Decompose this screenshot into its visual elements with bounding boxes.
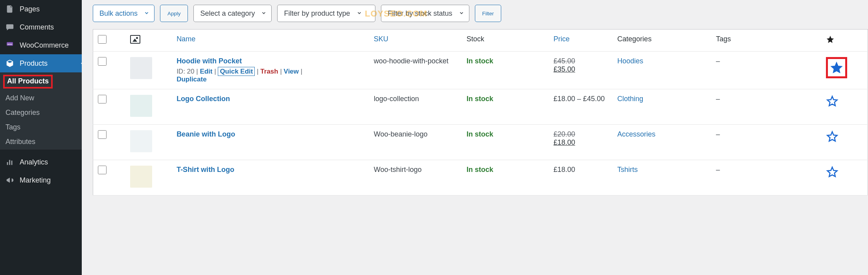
- products-icon: [5, 58, 15, 68]
- duplicate-link[interactable]: Duplicate: [177, 76, 207, 83]
- sidebar-item-label: Products: [20, 59, 48, 68]
- stock-status: In stock: [467, 95, 493, 103]
- trash-link[interactable]: Trash: [260, 68, 278, 75]
- tags-value: –: [716, 130, 720, 138]
- admin-sidebar: Pages Comments woo WooCommerce Products …: [0, 0, 82, 275]
- sidebar-item-label: Comments: [20, 23, 54, 31]
- sidebar-item-pages[interactable]: Pages: [0, 0, 82, 18]
- sidebar-item-woocommerce[interactable]: woo WooCommerce: [0, 36, 82, 54]
- stock-status: In stock: [467, 57, 493, 65]
- category-link[interactable]: Tshirts: [617, 166, 638, 173]
- products-submenu: All Products Add New Categories Tags Att…: [0, 72, 82, 149]
- view-link[interactable]: View: [284, 68, 299, 75]
- table-row: Beanie with LogoWoo-beanie-logoIn stock£…: [93, 125, 868, 160]
- product-name-link[interactable]: Beanie with Logo: [177, 130, 235, 138]
- column-tags: Tags: [716, 35, 731, 43]
- bulk-actions-select[interactable]: Bulk actions: [93, 5, 154, 22]
- row-checkbox[interactable]: [98, 95, 107, 103]
- table-row: Hoodie with PocketID: 20 | Edit | Quick …: [93, 52, 868, 89]
- submenu-all-products[interactable]: All Products: [0, 72, 82, 91]
- price-original: £20.00: [554, 130, 608, 138]
- select-label: Select a category: [200, 9, 255, 18]
- price-original: £45.00: [554, 57, 608, 65]
- column-price[interactable]: Price: [554, 35, 570, 43]
- row-checkbox[interactable]: [98, 130, 107, 139]
- sidebar-item-marketing[interactable]: Marketing: [0, 171, 82, 189]
- product-type-select[interactable]: Filter by product type: [277, 5, 375, 22]
- filter-bar: Bulk actions Apply Select a category Fil…: [93, 5, 868, 22]
- comments-icon: [5, 22, 15, 32]
- column-categories: Categories: [617, 35, 651, 43]
- product-name-link[interactable]: Logo Collection: [177, 95, 230, 103]
- row-actions: ID: 20 | Edit | Quick Edit | Trash | Vie…: [177, 68, 364, 83]
- chevron-down-icon: [357, 9, 362, 18]
- price-value: £18.00: [554, 166, 575, 173]
- category-link[interactable]: Accessories: [617, 130, 655, 138]
- submenu-attributes[interactable]: Attributes: [0, 135, 82, 149]
- select-label: Filter by product type: [284, 9, 350, 18]
- sku-value: Woo-beanie-logo: [374, 130, 428, 138]
- product-name-link[interactable]: Hoodie with Pocket: [177, 57, 242, 65]
- column-sku[interactable]: SKU: [374, 35, 388, 43]
- main-content: LOYSEO.COM Bulk actions Apply Select a c…: [82, 0, 868, 275]
- column-stock: Stock: [467, 35, 484, 43]
- product-thumbnail[interactable]: [130, 95, 152, 117]
- sidebar-item-products[interactable]: Products: [0, 54, 82, 72]
- stock-status: In stock: [467, 166, 493, 173]
- table-row: Logo Collectionlogo-collectionIn stock£1…: [93, 89, 868, 125]
- analytics-icon: [5, 157, 15, 167]
- select-all-checkbox[interactable]: [98, 35, 107, 44]
- featured-star-icon[interactable]: [826, 166, 839, 178]
- featured-column-icon: [826, 37, 835, 45]
- edit-link[interactable]: Edit: [200, 68, 212, 75]
- featured-star-icon[interactable]: [826, 95, 839, 107]
- row-checkbox[interactable]: [98, 57, 107, 66]
- tags-value: –: [716, 166, 720, 173]
- price-sale: £35.00: [554, 65, 608, 74]
- sku-value: Woo-tshirt-logo: [374, 166, 422, 173]
- table-row: T-Shirt with LogoWoo-tshirt-logoIn stock…: [93, 160, 868, 196]
- submenu-categories[interactable]: Categories: [0, 105, 82, 120]
- category-select[interactable]: Select a category: [193, 5, 272, 22]
- tags-value: –: [716, 95, 720, 103]
- quick-edit-link[interactable]: Quick Edit: [218, 67, 255, 76]
- product-thumbnail[interactable]: [130, 57, 152, 79]
- featured-highlight: [826, 57, 847, 78]
- sidebar-item-analytics[interactable]: Analytics: [0, 153, 82, 171]
- category-link[interactable]: Hoodies: [617, 57, 643, 65]
- sku-value: logo-collection: [374, 95, 419, 103]
- column-name[interactable]: Name: [177, 35, 195, 43]
- chevron-down-icon: [459, 9, 464, 18]
- product-thumbnail[interactable]: [130, 130, 152, 152]
- stock-status-select[interactable]: Filter by stock status: [381, 5, 469, 22]
- filter-button[interactable]: Filter: [475, 5, 502, 22]
- svg-text:woo: woo: [7, 43, 12, 45]
- featured-star-icon[interactable]: [830, 61, 843, 74]
- stock-status: In stock: [467, 130, 493, 138]
- row-checkbox[interactable]: [98, 166, 107, 174]
- marketing-icon: [5, 175, 15, 185]
- sidebar-item-label: All Products: [3, 75, 53, 89]
- tags-value: –: [716, 57, 720, 65]
- category-link[interactable]: Clothing: [617, 95, 643, 103]
- products-table: Name SKU Stock Price Categories Tags Hoo…: [93, 29, 868, 196]
- sku-value: woo-hoodie-with-pocket: [374, 57, 449, 65]
- product-name-link[interactable]: T-Shirt with Logo: [177, 166, 234, 173]
- featured-star-icon[interactable]: [826, 130, 839, 143]
- image-column-icon: [130, 35, 140, 44]
- price-sale: £18.00: [554, 138, 608, 147]
- sidebar-item-comments[interactable]: Comments: [0, 18, 82, 36]
- woocommerce-icon: woo: [5, 40, 15, 50]
- sidebar-item-label: Marketing: [20, 176, 51, 185]
- product-thumbnail[interactable]: [130, 166, 152, 188]
- select-label: Bulk actions: [99, 9, 138, 18]
- submenu-tags[interactable]: Tags: [0, 120, 82, 135]
- chevron-down-icon: [144, 9, 149, 18]
- sidebar-item-label: Analytics: [20, 158, 48, 166]
- select-label: Filter by stock status: [388, 9, 452, 18]
- sidebar-item-label: WooCommerce: [20, 41, 69, 50]
- apply-button[interactable]: Apply: [160, 5, 188, 22]
- submenu-add-new[interactable]: Add New: [0, 91, 82, 105]
- menu-separator: [0, 149, 82, 153]
- sidebar-item-label: Pages: [20, 5, 40, 13]
